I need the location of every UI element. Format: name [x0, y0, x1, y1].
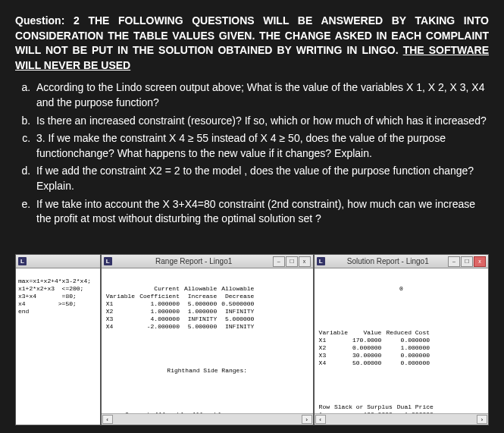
table-row: RowSlack or SurplusDual Price	[317, 403, 436, 411]
cell: 4.000000	[137, 315, 182, 323]
cell: X3	[317, 352, 350, 359]
minimize-button[interactable]: –	[448, 256, 460, 267]
cell: X1	[104, 300, 137, 308]
col-head: Allowable	[219, 285, 256, 293]
app-icon: L	[18, 257, 27, 265]
col-head: Variable	[317, 329, 350, 337]
minimize-button[interactable]: –	[273, 256, 285, 267]
cell: 5.000000	[182, 323, 219, 331]
range-title: Range Report - Lingo1	[115, 257, 273, 265]
table-row: X11.0000005.0000000.5000000	[104, 300, 257, 308]
col-head: Variable	[104, 293, 137, 300]
scroll-right-button[interactable]: ›	[477, 415, 487, 424]
cell: INFINITY	[219, 323, 256, 331]
question-d: If we add the constraint X2 = 2 to the m…	[33, 164, 489, 193]
close-button[interactable]: x	[299, 256, 311, 267]
table-row: X20.0000001.000000	[317, 344, 432, 352]
col-head: Dual Price	[395, 403, 436, 411]
window-buttons: – ☐ x	[448, 256, 486, 267]
cell: -2.000000	[137, 323, 182, 331]
table-row: VariableCoefficientIncreaseDecrease	[104, 293, 257, 300]
range-content: CurrentAllowableAllowable VariableCoeffi…	[102, 268, 313, 413]
maximize-button[interactable]: ☐	[286, 256, 298, 267]
window-buttons: – ☐ x	[273, 256, 311, 267]
cell: 30.00000	[350, 352, 383, 359]
table-row: X450.000000.000000	[317, 359, 432, 367]
cell: X1	[317, 337, 350, 344]
model-line: x3+x4 =80;	[18, 293, 77, 300]
cell: 50.00000	[350, 359, 383, 367]
scroll-right-button[interactable]: ›	[302, 415, 312, 424]
col-head: Row	[317, 403, 332, 411]
table-row: X330.000000.000000	[317, 352, 432, 359]
cell: 170.0000	[350, 337, 383, 344]
model-line: x4 >=50;	[18, 300, 77, 307]
table-row: CurrentAllowableAllowable	[104, 285, 257, 293]
model-titlebar[interactable]: L	[16, 255, 100, 268]
cell: 1.000000	[137, 308, 182, 315]
cell: INFINITY	[219, 308, 256, 315]
question-list: According to the Lindo screen output abo…	[15, 80, 489, 226]
cell: 0.000000	[383, 352, 432, 359]
solution-titlebar[interactable]: L Solution Report - Lingo1 – ☐ x	[315, 255, 488, 268]
objective-value: 0	[317, 285, 486, 293]
range-window: L Range Report - Lingo1 – ☐ x CurrentAll…	[101, 254, 314, 425]
cell: 0.000000	[350, 344, 383, 352]
range-table-vars: CurrentAllowableAllowable VariableCoeffi…	[104, 285, 257, 331]
scrollbar-horizontal[interactable]: ‹ ›	[315, 413, 488, 425]
cell: X4	[317, 359, 350, 367]
cell: X2	[317, 344, 350, 352]
model-window: L max=x1+x2+4*x3-2*x4; x1+2*x2+x3 <=200;…	[15, 254, 101, 425]
table-row: VariableValueReduced Cost	[317, 329, 432, 337]
scroll-left-button[interactable]: ‹	[315, 415, 326, 424]
app-icon: L	[104, 257, 112, 265]
maximize-button[interactable]: ☐	[461, 256, 473, 267]
question-c: 3. If we make the constraint X 4 ≥ 55 in…	[33, 131, 489, 161]
col-head: Coefficient	[137, 293, 182, 300]
cell: X4	[104, 323, 137, 331]
page: Question: 2 THE FOLLOWING QUESTIONS WILL…	[0, 0, 504, 227]
col-head: Decrease	[219, 293, 256, 300]
cell: 1.000000	[137, 300, 182, 308]
solution-content: 0 VariableValueReduced Cost X1170.00000.…	[315, 268, 488, 413]
cell: INFINITY	[182, 315, 219, 323]
range-titlebar[interactable]: L Range Report - Lingo1 – ☐ x	[102, 255, 313, 268]
col-head: Current	[137, 285, 182, 293]
col-head: Slack or Surplus	[332, 403, 395, 411]
model-line: x1+2*x2+x3 <=200;	[18, 285, 83, 292]
col-head: Allowable	[182, 285, 219, 293]
question-b: Is there an increased constraint (resour…	[33, 114, 489, 129]
cell: 0.000000	[383, 337, 432, 344]
solution-table-vars: VariableValueReduced Cost X1170.00000.00…	[317, 329, 432, 367]
model-line: max=x1+x2+4*x3-2*x4;	[18, 278, 91, 284]
cell: 1.000000	[182, 308, 219, 315]
solution-window: L Solution Report - Lingo1 – ☐ x 0 Varia…	[314, 254, 489, 425]
cell: 0.000000	[383, 359, 432, 367]
app-icon: L	[317, 257, 325, 265]
righthand-heading: Righthand Side Ranges:	[104, 367, 311, 375]
table-row: X21.0000001.000000INFINITY	[104, 308, 257, 315]
col-head: Value	[350, 329, 383, 337]
cell: 5.000000	[182, 300, 219, 308]
model-line: end	[18, 308, 29, 315]
question-e: If we take into account the X 3+X4=80 co…	[33, 197, 489, 227]
cell: 5.000000	[219, 315, 256, 323]
question-heading: Question: 2 THE FOLLOWING QUESTIONS WILL…	[15, 14, 489, 73]
model-content: max=x1+x2+4*x3-2*x4; x1+2*x2+x3 <=200; x…	[16, 268, 100, 425]
scrollbar-horizontal[interactable]: ‹ ›	[102, 413, 313, 425]
cell: X3	[104, 315, 137, 323]
question-a: According to the Lindo screen output abo…	[33, 80, 489, 110]
solution-table-rows: RowSlack or SurplusDual Price 1190.00001…	[317, 403, 436, 413]
cell: 1.000000	[383, 344, 432, 352]
scroll-left-button[interactable]: ‹	[102, 415, 113, 424]
col-head: Increase	[182, 293, 219, 300]
table-row: X4-2.0000005.000000INFINITY	[104, 323, 257, 331]
cell: 0.5000000	[219, 300, 256, 308]
close-button[interactable]: x	[474, 256, 486, 267]
windows-area: L max=x1+x2+4*x3-2*x4; x1+2*x2+x3 <=200;…	[15, 254, 489, 425]
table-row: X34.000000INFINITY5.000000	[104, 315, 257, 323]
cell: X2	[104, 308, 137, 315]
col-head: Reduced Cost	[383, 329, 432, 337]
table-row: X1170.00000.000000	[317, 337, 432, 344]
solution-title: Solution Report - Lingo1	[328, 257, 448, 265]
